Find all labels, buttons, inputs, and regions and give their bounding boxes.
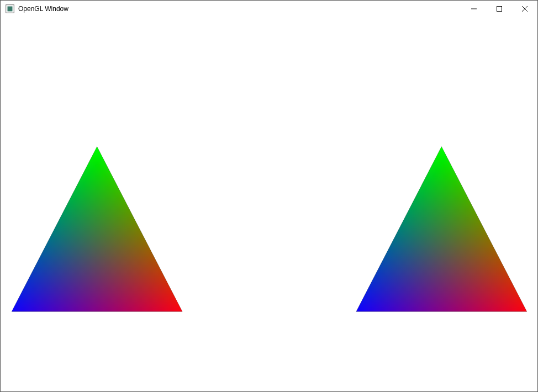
triangle-left-vertex-2-layer <box>12 146 182 311</box>
maximize-button[interactable] <box>487 1 512 17</box>
close-icon <box>522 6 528 12</box>
close-button[interactable] <box>512 1 537 17</box>
app-window: OpenGL Window <box>0 0 538 392</box>
svg-rect-1 <box>8 7 13 12</box>
app-icon <box>5 4 15 14</box>
render-surface <box>1 17 537 391</box>
opengl-viewport <box>1 17 537 391</box>
svg-rect-3 <box>497 7 502 12</box>
minimize-button[interactable] <box>461 1 487 17</box>
minimize-icon <box>471 6 477 12</box>
window-title: OpenGL Window <box>18 5 68 13</box>
triangle-right-vertex-2-layer <box>356 146 527 311</box>
maximize-icon <box>497 6 502 12</box>
title-bar[interactable]: OpenGL Window <box>1 1 537 17</box>
